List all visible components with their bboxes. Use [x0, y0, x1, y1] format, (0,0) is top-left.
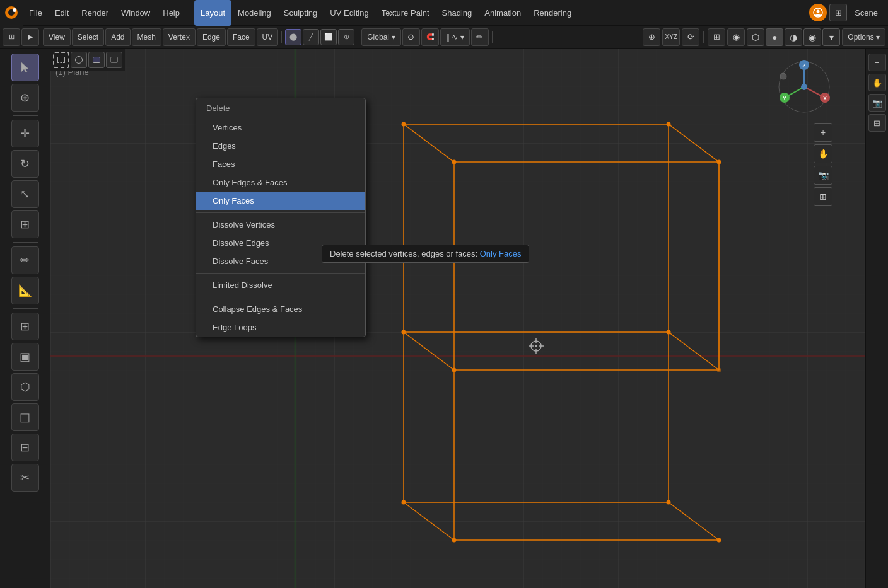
- menu-title: Delete: [196, 98, 365, 118]
- tool-scale[interactable]: ⤡: [11, 180, 39, 208]
- proportional-edit[interactable]: ⊙: [402, 28, 420, 46]
- tab-sculpting[interactable]: Sculpting: [278, 0, 324, 26]
- tool-select[interactable]: [11, 54, 39, 81]
- view-menu[interactable]: View: [43, 28, 71, 46]
- edge-select-mode[interactable]: ╱: [303, 29, 319, 45]
- uv-menu[interactable]: UV: [257, 28, 279, 46]
- menu-item-collapse-edges-faces[interactable]: Collapse Edges & Faces: [196, 300, 365, 318]
- tab-animation[interactable]: Animation: [478, 0, 527, 26]
- face-menu[interactable]: Face: [227, 28, 255, 46]
- top-menu-right: ⊞ Scene: [809, 4, 888, 21]
- tab-rendering[interactable]: Rendering: [527, 0, 578, 26]
- tab-modeling[interactable]: Modeling: [231, 0, 278, 26]
- tool-inset[interactable]: ⬡: [11, 373, 39, 401]
- vertex-select-mode[interactable]: ⬤: [285, 29, 301, 45]
- snap-options[interactable]: ‖ ∿ ▾: [440, 28, 470, 46]
- tool-cursor[interactable]: ⊕: [11, 84, 39, 112]
- tool-measure[interactable]: 📐: [11, 277, 39, 304]
- face-select-mode[interactable]: ⬜: [320, 29, 337, 45]
- grid-btn[interactable]: ⊞: [868, 114, 886, 132]
- tool-extrude[interactable]: ▣: [11, 343, 39, 371]
- mesh-menu[interactable]: Mesh: [132, 28, 161, 46]
- menu-help[interactable]: Help: [156, 0, 186, 26]
- tooltip-prefix: Delete selected vertices, edges or faces…: [330, 249, 480, 258]
- tool-annotate[interactable]: ✏: [11, 246, 39, 274]
- lasso-select-icon[interactable]: [88, 52, 105, 68]
- tool-transform[interactable]: ⊞: [11, 210, 39, 238]
- svg-point-25: [402, 330, 406, 335]
- annotation-tool[interactable]: ✏: [471, 28, 489, 46]
- zoom-in[interactable]: +: [814, 123, 833, 142]
- add-menu[interactable]: Add: [105, 28, 130, 46]
- material-shading[interactable]: ◑: [785, 28, 802, 46]
- pan[interactable]: ✋: [814, 144, 833, 163]
- menu-item-dissolve-vertices[interactable]: Dissolve Vertices: [196, 216, 365, 234]
- edge-menu[interactable]: Edge: [197, 28, 226, 46]
- menu-item-limited-dissolve[interactable]: Limited Dissolve: [196, 276, 365, 294]
- viewport-3d[interactable]: User Orthographic (1) Plane Z X: [50, 49, 865, 588]
- tab-texture-paint[interactable]: Texture Paint: [375, 0, 436, 26]
- tab-layout[interactable]: Layout: [194, 0, 231, 26]
- svg-point-51: [801, 84, 807, 90]
- svg-point-52: [780, 73, 786, 79]
- svg-point-27: [452, 160, 457, 164]
- menu-item-edge-loops[interactable]: Edge Loops: [196, 318, 365, 337]
- solid-shading[interactable]: ●: [766, 28, 783, 46]
- tool-knife[interactable]: ✂: [11, 464, 39, 492]
- snap-toggle[interactable]: 🧲: [421, 28, 439, 46]
- transform-space[interactable]: Global ▾: [361, 28, 401, 46]
- tool-bevel[interactable]: ◫: [11, 403, 39, 431]
- xyz-constraint[interactable]: XYZ: [662, 28, 680, 46]
- select-menu[interactable]: Select: [72, 28, 104, 46]
- right-toolbar-group: ⊕ XYZ ⟳ ⊞ ◉ ⬡ ● ◑ ◉ ▾ Options ▾: [643, 28, 885, 46]
- rendered-shading[interactable]: ◉: [803, 28, 821, 46]
- menu-render[interactable]: Render: [75, 0, 115, 26]
- zoom-in-btn[interactable]: +: [868, 54, 886, 71]
- svg-point-30: [717, 368, 722, 372]
- tool-rotate[interactable]: ↻: [11, 150, 39, 178]
- transform-icon[interactable]: ⟳: [682, 28, 699, 46]
- select-extra-icon[interactable]: [106, 52, 122, 68]
- select-mode-icons: ⬤ ╱ ⬜ ⊕: [285, 29, 354, 45]
- menu-item-faces[interactable]: Faces: [196, 155, 365, 173]
- tab-shading[interactable]: Shading: [436, 0, 479, 26]
- grid: [50, 49, 865, 588]
- toggle-grid[interactable]: ⊞: [814, 187, 833, 206]
- user-avatar[interactable]: [809, 4, 827, 21]
- shading-extra[interactable]: ▾: [822, 28, 840, 46]
- tool-add-cube[interactable]: ⊞: [11, 313, 39, 340]
- svg-point-4: [817, 10, 820, 13]
- menu-item-vertices[interactable]: Vertices: [196, 118, 365, 137]
- tool-loop-cut[interactable]: ⊟: [11, 434, 39, 461]
- navigation-gizmo[interactable]: Z X Y: [776, 59, 833, 115]
- svg-point-24: [667, 122, 671, 127]
- camera-btn[interactable]: 📷: [868, 94, 886, 112]
- circle-select-icon[interactable]: [71, 52, 87, 68]
- pan-btn[interactable]: ✋: [868, 74, 886, 91]
- menu-file[interactable]: File: [23, 0, 49, 26]
- menu-item-only-edges-faces[interactable]: Only Edges & Faces: [196, 173, 365, 192]
- editor-type-btn[interactable]: ⊞: [3, 28, 20, 46]
- camera-persp[interactable]: 📷: [814, 166, 833, 185]
- wireframe-shading[interactable]: ⬡: [747, 28, 764, 46]
- proportional-icon[interactable]: ⊕: [643, 28, 660, 46]
- menu-edit[interactable]: Edit: [49, 0, 75, 26]
- menu-window[interactable]: Window: [115, 0, 156, 26]
- svg-point-33: [452, 538, 457, 543]
- vertex-menu[interactable]: Vertex: [163, 28, 196, 46]
- object-mode-icon[interactable]: ▶: [21, 28, 39, 46]
- svg-point-23: [402, 122, 406, 127]
- box-select-icon[interactable]: [53, 52, 69, 68]
- select-mode-extra[interactable]: ⊕: [338, 29, 354, 45]
- menu-item-edges[interactable]: Edges: [196, 137, 365, 155]
- menu-item-only-faces[interactable]: Only Faces: [196, 192, 365, 210]
- svg-point-26: [667, 330, 671, 335]
- viewport-shading-icon[interactable]: ◉: [727, 28, 745, 46]
- tool-move[interactable]: ✛: [11, 120, 39, 147]
- tab-uv-editing[interactable]: UV Editing: [324, 0, 375, 26]
- svg-point-2: [13, 8, 16, 12]
- options-btn[interactable]: Options ▾: [842, 28, 885, 46]
- 3d-cursor[interactable]: [529, 338, 544, 354]
- overlay-btn[interactable]: ⊞: [708, 28, 725, 46]
- viewport-display-btn[interactable]: ⊞: [829, 4, 847, 21]
